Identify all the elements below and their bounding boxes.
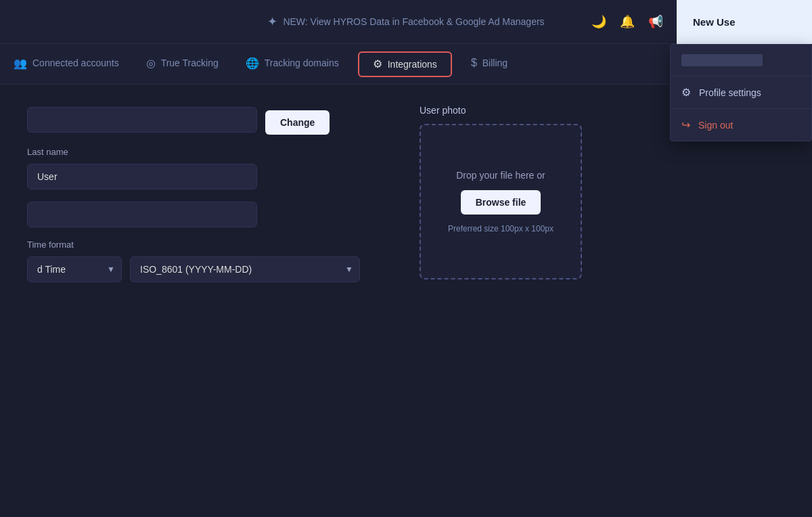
form-section: Change Last name Time format d Time ▼: [27, 105, 379, 282]
moon-icon[interactable]: 🌙: [591, 14, 606, 29]
profile-settings-item[interactable]: ⚙ Profile settings: [671, 76, 811, 108]
user-dropdown-menu: ⚙ Profile settings ↪ Sign out: [670, 44, 812, 141]
tab-true-tracking[interactable]: ◎ True Tracking: [133, 44, 232, 84]
megaphone-icon[interactable]: 📢: [648, 14, 663, 29]
time-selects: d Time ▼ ISO_8601 (YYYY-MM-DD) ▼: [27, 256, 379, 282]
drop-zone[interactable]: Drop your file here or Browse file Prefe…: [420, 124, 582, 279]
announcement-text: NEW: View HYROS Data in Facebook & Googl…: [283, 16, 544, 27]
true-tracking-icon: ◎: [146, 57, 156, 70]
true-tracking-label: True Tracking: [161, 58, 219, 68]
new-user-label: New Use: [693, 16, 736, 28]
change-button[interactable]: Change: [265, 110, 330, 135]
tab-tracking-domains[interactable]: 🌐 Tracking domains: [232, 44, 353, 84]
photo-section-label: User photo: [420, 105, 595, 116]
tracking-domains-icon: 🌐: [246, 57, 259, 70]
drop-text: Drop your file here or: [456, 170, 545, 181]
extra-input[interactable]: [27, 202, 257, 227]
tracking-domains-label: Tracking domains: [265, 58, 339, 68]
time-format-row: Time format d Time ▼ ISO_8601 (YYYY-MM-D…: [27, 240, 379, 282]
sign-out-label: Sign out: [698, 120, 733, 131]
tab-integrations[interactable]: ⚙ Integrations: [358, 51, 452, 77]
time-format-select[interactable]: ISO_8601 (YYYY-MM-DD): [130, 256, 360, 282]
gear-icon: ⚙: [681, 86, 691, 99]
time-zone-wrapper: d Time ▼: [27, 256, 122, 282]
header-icons: 🌙 🔔 📢: [591, 14, 663, 29]
sign-out-item[interactable]: ↪ Sign out: [671, 109, 811, 141]
extra-input-row: [27, 202, 379, 227]
time-format-label: Time format: [27, 240, 379, 250]
sign-out-icon: ↪: [681, 118, 690, 131]
name-input-row: Change: [27, 105, 379, 135]
photo-section: User photo Drop your file here or Browse…: [420, 105, 595, 282]
tab-connected-accounts[interactable]: 👥 Connected accounts: [0, 44, 133, 84]
bell-icon[interactable]: 🔔: [620, 14, 635, 29]
profile-settings-label: Profile settings: [699, 87, 761, 98]
billing-label: Billing: [482, 58, 508, 68]
first-name-input[interactable]: [27, 107, 257, 133]
billing-icon: $: [471, 57, 477, 69]
announcement-bar: ✦ NEW: View HYROS Data in Facebook & Goo…: [267, 14, 544, 29]
last-name-row: Last name: [27, 147, 379, 189]
preferred-size-text: Preferred size 100px x 100px: [448, 224, 554, 233]
time-zone-select[interactable]: d Time: [27, 256, 122, 282]
connected-accounts-label: Connected accounts: [32, 58, 119, 68]
connected-accounts-icon: 👥: [14, 57, 27, 70]
last-name-label: Last name: [27, 147, 379, 157]
integrations-icon: ⚙: [373, 58, 382, 70]
tab-billing[interactable]: $ Billing: [457, 44, 521, 84]
integrations-label: Integrations: [388, 59, 437, 70]
browse-file-button[interactable]: Browse file: [461, 190, 541, 215]
avatar-placeholder: [681, 54, 763, 66]
time-format-wrapper: ISO_8601 (YYYY-MM-DD) ▼: [130, 256, 360, 282]
star-icon: ✦: [267, 14, 277, 29]
last-name-input[interactable]: [27, 164, 257, 189]
top-header: ✦ NEW: View HYROS Data in Facebook & Goo…: [0, 0, 812, 44]
dropdown-avatar-section: [671, 45, 811, 76]
new-user-button[interactable]: New Use: [677, 0, 812, 44]
